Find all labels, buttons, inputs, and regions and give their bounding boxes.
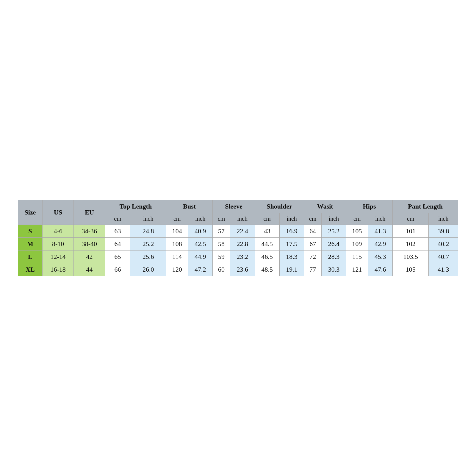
cell-inch: 44.9 <box>188 250 213 263</box>
cell-cm: 114 <box>166 250 188 263</box>
cell-inch: 40.2 <box>429 238 458 250</box>
cell-cm: 46.5 <box>255 250 279 263</box>
cell-cm: 60 <box>213 263 230 276</box>
cell-inch: 23.2 <box>230 250 255 263</box>
bust-inch-header: inch <box>188 213 213 225</box>
cell-cm: 104 <box>166 225 188 238</box>
cell-cm: 103.5 <box>393 250 429 263</box>
cell-eu: 38-40 <box>74 238 105 250</box>
cell-size: M <box>18 238 43 250</box>
cell-inch: 26.0 <box>130 263 166 276</box>
sleeve-cm-header: cm <box>213 213 230 225</box>
shoulder-header: Shoulder <box>255 200 304 213</box>
cell-cm: 105 <box>393 263 429 276</box>
cell-cm: 108 <box>166 238 188 250</box>
table-row: L12-14426525.611444.95923.246.518.37228.… <box>18 250 458 263</box>
cell-inch: 40.7 <box>429 250 458 263</box>
cell-cm: 48.5 <box>255 263 279 276</box>
eu-header: EU <box>74 200 105 225</box>
cell-cm: 121 <box>346 263 368 276</box>
wasit-inch-header: inch <box>321 213 346 225</box>
page-wrapper: Size US EU Top Length Bust Sleeve Should… <box>0 0 476 476</box>
cell-cm: 64 <box>304 225 321 238</box>
cell-cm: 115 <box>346 250 368 263</box>
pant-length-cm-header: cm <box>393 213 429 225</box>
cell-inch: 23.6 <box>230 263 255 276</box>
cell-inch: 47.6 <box>368 263 393 276</box>
cell-cm: 72 <box>304 250 321 263</box>
cell-cm: 67 <box>304 238 321 250</box>
cell-inch: 41.3 <box>429 263 458 276</box>
wasit-cm-header: cm <box>304 213 321 225</box>
table-row: XL16-18446626.012047.26023.648.519.17730… <box>18 263 458 276</box>
cell-size: XL <box>18 263 43 276</box>
cell-inch: 22.8 <box>230 238 255 250</box>
cell-us: 4-6 <box>42 225 73 238</box>
cell-cm: 58 <box>213 238 230 250</box>
cell-inch: 47.2 <box>188 263 213 276</box>
cell-cm: 63 <box>105 225 130 238</box>
hips-header: Hips <box>346 200 392 213</box>
bust-cm-header: cm <box>166 213 188 225</box>
us-header: US <box>42 200 73 225</box>
hips-cm-header: cm <box>346 213 368 225</box>
cell-cm: 109 <box>346 238 368 250</box>
cell-inch: 28.3 <box>321 250 346 263</box>
cell-inch: 41.3 <box>368 225 393 238</box>
bust-header: Bust <box>166 200 213 213</box>
cell-inch: 24.8 <box>130 225 166 238</box>
pant-length-header: Pant Length <box>393 200 458 213</box>
cell-inch: 25.2 <box>130 238 166 250</box>
cell-inch: 40.9 <box>188 225 213 238</box>
size-chart-table: Size US EU Top Length Bust Sleeve Should… <box>18 200 458 276</box>
table-row: S4-634-366324.810440.95722.44316.96425.2… <box>18 225 458 238</box>
cell-cm: 105 <box>346 225 368 238</box>
cell-us: 12-14 <box>42 250 73 263</box>
size-chart-container: Size US EU Top Length Bust Sleeve Should… <box>18 200 458 276</box>
cell-us: 8-10 <box>42 238 73 250</box>
cell-inch: 42.5 <box>188 238 213 250</box>
hips-inch-header: inch <box>368 213 393 225</box>
cell-inch: 26.4 <box>321 238 346 250</box>
cell-cm: 43 <box>255 225 279 238</box>
cell-inch: 17.5 <box>279 238 304 250</box>
cell-inch: 39.8 <box>429 225 458 238</box>
cell-cm: 101 <box>393 225 429 238</box>
cell-inch: 22.4 <box>230 225 255 238</box>
wasit-header: Wasit <box>304 200 346 213</box>
top-length-header: Top Length <box>105 200 166 213</box>
cell-eu: 42 <box>74 250 105 263</box>
cell-cm: 57 <box>213 225 230 238</box>
cell-inch: 16.9 <box>279 225 304 238</box>
cell-inch: 18.3 <box>279 250 304 263</box>
cell-inch: 42.9 <box>368 238 393 250</box>
header-row-groups: Size US EU Top Length Bust Sleeve Should… <box>18 200 458 213</box>
pant-length-inch-header: inch <box>429 213 458 225</box>
shoulder-cm-header: cm <box>255 213 279 225</box>
table-row: M8-1038-406425.210842.55822.844.517.5672… <box>18 238 458 250</box>
cell-eu: 44 <box>74 263 105 276</box>
top-length-cm-header: cm <box>105 213 130 225</box>
cell-inch: 25.6 <box>130 250 166 263</box>
cell-cm: 44.5 <box>255 238 279 250</box>
cell-eu: 34-36 <box>74 225 105 238</box>
cell-cm: 120 <box>166 263 188 276</box>
top-length-inch-header: inch <box>130 213 166 225</box>
cell-cm: 77 <box>304 263 321 276</box>
cell-inch: 19.1 <box>279 263 304 276</box>
cell-size: L <box>18 250 43 263</box>
cell-cm: 102 <box>393 238 429 250</box>
shoulder-inch-header: inch <box>279 213 304 225</box>
cell-inch: 45.3 <box>368 250 393 263</box>
cell-inch: 25.2 <box>321 225 346 238</box>
cell-size: S <box>18 225 43 238</box>
cell-cm: 65 <box>105 250 130 263</box>
cell-us: 16-18 <box>42 263 73 276</box>
cell-cm: 59 <box>213 250 230 263</box>
size-header: Size <box>18 200 43 225</box>
cell-cm: 66 <box>105 263 130 276</box>
sleeve-header: Sleeve <box>213 200 255 213</box>
cell-cm: 64 <box>105 238 130 250</box>
cell-inch: 30.3 <box>321 263 346 276</box>
sleeve-inch-header: inch <box>230 213 255 225</box>
